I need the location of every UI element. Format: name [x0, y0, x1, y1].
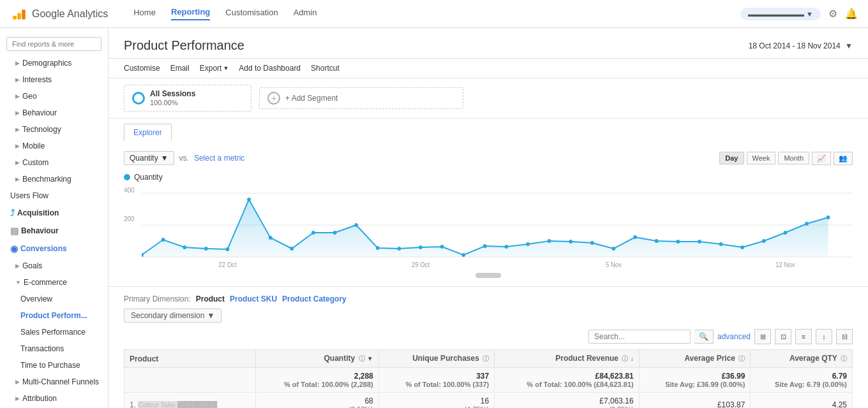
nav-admin[interactable]: Admin [294, 8, 317, 20]
table-search-input[interactable] [588, 330, 691, 344]
sidebar-item-technology[interactable]: ▶ Technology [0, 121, 108, 138]
chart-scroll-handle[interactable] [124, 273, 853, 278]
totals-average-qty: 6.79 Site Avg: 6.79 (0.00%) [751, 368, 853, 393]
svg-point-14 [311, 231, 315, 235]
sidebar-item-demographics[interactable]: ▶ Demographics [0, 55, 108, 71]
sidebar-item-geo[interactable]: ▶ Geo [0, 88, 108, 105]
month-button[interactable]: Month [778, 152, 809, 164]
table-row: 1. Colour Take ████████ 68 (2.97%) 16 (4… [124, 393, 853, 409]
customise-button[interactable]: Customise [124, 64, 160, 73]
info-icon: ⓘ [359, 355, 365, 362]
svg-point-36 [783, 231, 787, 235]
col-average-price[interactable]: Average Price ⓘ [639, 350, 751, 368]
sidebar-item-attribution[interactable]: ▶ Attribution [0, 390, 108, 407]
table-search-button[interactable]: 🔍 [694, 330, 714, 344]
sidebar-item-interests[interactable]: ▶ Interests [0, 71, 108, 88]
info-icon: ⓘ [483, 355, 489, 362]
sec-dim-arrow-icon: ▼ [207, 311, 214, 320]
sidebar-item-behaviour-main[interactable]: ▤ Behaviour [0, 222, 108, 240]
table-totals-row: 2,288 % of Total: 100.00% (2,288) 337 % … [124, 368, 853, 393]
primary-dim-category[interactable]: Product Category [282, 295, 347, 303]
svg-point-16 [354, 223, 358, 227]
svg-point-32 [698, 240, 701, 244]
chart-legend: Quantity [124, 173, 853, 182]
export-button[interactable]: Export ▼ [200, 64, 229, 73]
current-segment[interactable]: All Sessions 100.00% [124, 85, 251, 112]
sidebar-item-behaviour-sub[interactable]: ▶ Behaviour [0, 105, 108, 121]
nav-home[interactable]: Home [133, 8, 156, 20]
table-view-button[interactable]: ⊞ [754, 329, 771, 344]
notifications-icon[interactable]: 🔔 [845, 8, 858, 20]
tab-explorer[interactable]: Explorer [124, 124, 172, 141]
sidebar-item-conversions[interactable]: ◉ Conversions [0, 240, 108, 258]
svg-point-31 [676, 240, 680, 244]
svg-point-29 [633, 235, 637, 239]
primary-dim-product[interactable]: Product [196, 295, 225, 303]
sidebar: ▶ Demographics ▶ Interests ▶ Geo ▶ Behav… [0, 28, 108, 408]
col-product-revenue[interactable]: Product Revenue ⓘ ↓ [495, 350, 640, 368]
search-input[interactable] [6, 37, 101, 51]
sidebar-item-users-flow[interactable]: Users Flow [0, 187, 108, 204]
primary-dimension-bar: Primary Dimension: Product Product SKU P… [124, 295, 853, 303]
svg-point-22 [483, 244, 487, 248]
week-button[interactable]: Week [747, 152, 776, 164]
svg-point-15 [333, 231, 337, 235]
comparison-button[interactable]: ≡ [795, 329, 812, 344]
sidebar-item-overview[interactable]: Overview [0, 291, 108, 307]
chart-controls: Quantity ▼ vs. Select a metric Day Week … [124, 151, 853, 165]
col-unique-purchases[interactable]: Unique Purchases ⓘ [378, 350, 494, 368]
col-quantity[interactable]: Quantity ⓘ ▼ [256, 350, 379, 368]
metric-dropdown[interactable]: Quantity ▼ [124, 151, 174, 165]
sidebar-item-multi-channel[interactable]: ▶ Multi-Channel Funnels [0, 374, 108, 390]
term-cloud-button[interactable]: ↕ [816, 329, 832, 344]
cell-quantity-1: 68 (2.97%) [256, 393, 379, 409]
col-product[interactable]: Product [124, 350, 256, 368]
arrow-icon: ▶ [15, 159, 20, 166]
logo-text: Google Analytics [32, 8, 108, 20]
advanced-link[interactable]: advanced [717, 332, 751, 341]
sidebar-item-custom[interactable]: ▶ Custom [0, 154, 108, 171]
day-button[interactable]: Day [719, 152, 744, 164]
col-average-qty[interactable]: Average QTY ⓘ [751, 350, 853, 368]
pivot-button[interactable]: ⊡ [775, 329, 791, 344]
date-range-picker[interactable]: 18 Oct 2014 - 18 Nov 2014 ▼ [749, 41, 853, 50]
settings-icon[interactable]: ⚙ [828, 8, 837, 20]
chart-controls-right: Day Week Month 📈 👥 [719, 152, 853, 165]
arrow-icon: ▶ [15, 76, 20, 83]
sidebar-item-product-performance[interactable]: Product Perform... [0, 307, 108, 324]
sidebar-item-sales-performance[interactable]: Sales Performance [0, 324, 108, 340]
sidebar-item-mobile[interactable]: ▶ Mobile [0, 138, 108, 154]
totals-average-price: £36.99 Site Avg: £36.99 (0.00%) [639, 368, 751, 393]
svg-text:5 Nov: 5 Nov [606, 261, 622, 268]
sidebar-item-benchmarking[interactable]: ▶ Benchmarking [0, 171, 108, 187]
sidebar-item-ecommerce[interactable]: ▼ E-commerce [0, 274, 108, 291]
vs-label: vs. [179, 154, 189, 163]
add-to-dashboard-button[interactable]: Add to Dashboard [239, 64, 301, 73]
svg-point-13 [290, 247, 294, 251]
cell-product-1: 1. Colour Take ████████ [124, 393, 256, 409]
arrow-icon: ▶ [15, 60, 20, 66]
shortcut-button[interactable]: Shortcut [311, 64, 340, 73]
add-segment-button[interactable]: + + Add Segment [259, 87, 463, 109]
nav-reporting[interactable]: Reporting [171, 7, 210, 20]
account-selector[interactable]: ▬▬▬▬▬▬▬▬ ▼ [740, 8, 821, 20]
sidebar-item-transactions[interactable]: Transactions [0, 340, 108, 357]
cell-avg-price-1: £103.87 [639, 393, 751, 409]
svg-point-26 [569, 240, 572, 244]
scorecard-button[interactable]: ⊟ [836, 329, 853, 344]
svg-point-38 [827, 215, 830, 219]
line-chart-button[interactable]: 📈 [812, 152, 831, 165]
sidebar-item-goals[interactable]: ▶ Goals [0, 258, 108, 274]
email-button[interactable]: Email [170, 64, 190, 73]
nav-customisation[interactable]: Customisation [225, 8, 278, 20]
product-link-1[interactable]: Colour Take ████████ [138, 401, 217, 408]
secondary-dimension-button[interactable]: Secondary dimension ▼ [124, 309, 221, 323]
svg-rect-2 [13, 15, 17, 19]
sidebar-item-time-to-purchase[interactable]: Time to Purchase [0, 357, 108, 374]
primary-dim-sku[interactable]: Product SKU [230, 295, 277, 303]
arrow-icon: ▶ [15, 143, 20, 149]
svg-point-8 [183, 245, 186, 249]
select-metric-link[interactable]: Select a metric [194, 154, 244, 163]
bar-chart-button[interactable]: 👥 [834, 152, 853, 165]
sidebar-item-acquisition[interactable]: ⤴ Acquisition [0, 204, 108, 222]
